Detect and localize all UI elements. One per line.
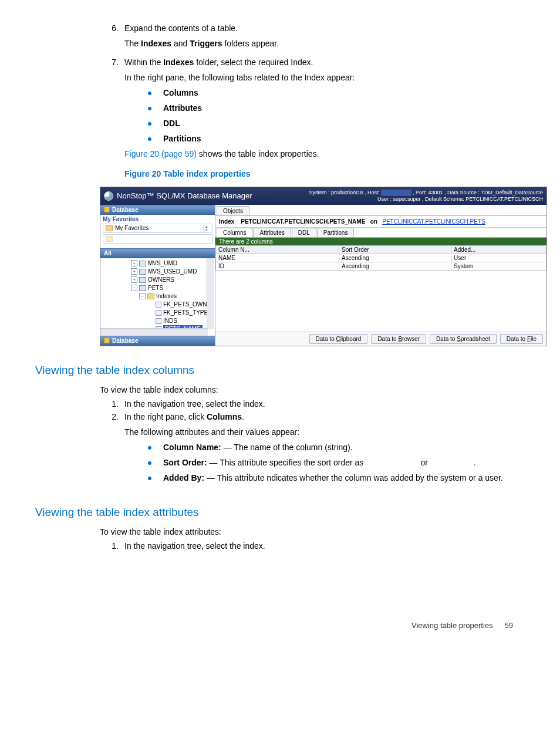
t: C [336,336,340,342]
navigation-panel: Database My Favorites My Favorites ▴▾ Al… [100,205,215,346]
app-titlebar: NonStop™ SQL/MX Database Manager System … [100,187,546,205]
tree-node[interactable]: −Indexes [131,292,215,301]
bullet-item: Columns [148,88,525,97]
figure-reference-link[interactable]: Figure 20 (page 59) [124,149,197,158]
data-to-browser-button[interactable]: Data to Browser [371,334,426,344]
t: folder, select the required Index. [194,58,313,67]
tree-node[interactable]: +MVS_USED_UMD [131,268,215,276]
index-icon [156,310,161,316]
desc: or [421,458,428,467]
cell: Ascending [339,262,451,270]
step-6: 6. Expand the contents of a table. The I… [100,23,525,54]
bullet-list: Columns Attributes DDL Partitions [148,88,525,143]
section-heading: Viewing the table index attributes [35,506,525,519]
term: Sort Order: [163,458,207,467]
ordered-list-top: 6. Expand the contents of a table. The I… [100,23,525,183]
data-to-spreadsheet-button[interactable]: Data to Spreadsheet [430,334,497,344]
accordion-header-database-bottom[interactable]: Database [100,336,215,346]
ordered-list: 1. In the navigation tree, select the in… [100,399,525,488]
index-label: Index [219,218,234,225]
tree-node[interactable]: INDS [131,317,215,325]
t-bold: Triggers [190,39,222,48]
favorites-dropdown[interactable]: My Favorites ▴▾ [103,224,212,233]
t-bold: Columns [207,412,242,421]
term: Added By: [163,473,204,482]
app-body: Database My Favorites My Favorites ▴▾ Al… [100,205,546,346]
index-icon [156,318,161,324]
tree-node[interactable]: FK_PETS_OWNEI [131,301,215,309]
table-row[interactable]: ID Ascending System [216,262,546,270]
t: folders appear. [222,39,279,48]
col-header[interactable]: Sort Order [339,245,451,254]
titlebar-right: System : productionDB , Host: ████████ ,… [309,190,543,202]
tree-node[interactable]: −PETS [131,284,215,292]
tree-node[interactable]: +OWNERS [131,276,215,284]
columns-grid[interactable]: Column N... Sort Order Added... NAME Asc… [215,245,546,271]
term: Column Name: [163,443,221,452]
table-header-row: Column N... Sort Order Added... [216,245,546,254]
expand-collapse-icon[interactable]: − [139,293,146,299]
t: ile [531,336,537,342]
tab-objects[interactable]: Objects [217,206,249,215]
cell: Ascending [339,254,451,262]
table-icon [139,269,146,275]
favorites-empty-row[interactable] [103,234,212,244]
col-header[interactable]: Added... [451,245,546,254]
favorites-section: My Favorites My Favorites ▴▾ [100,215,215,248]
favorites-item: My Favorites [115,225,149,231]
section-heading: Viewing the table index columns [35,364,525,377]
step-subtext: The Indexes and Triggers folders appear. [124,39,525,48]
tab-ddl[interactable]: DDL [292,228,316,237]
t: preadsheet [461,336,490,342]
spinner-icon[interactable]: ▴▾ [203,225,210,232]
navigation-tree[interactable]: +MVS_UMD+MVS_USED_UMD+OWNERS−PETS−Indexe… [100,258,215,336]
accordion-header-database[interactable]: Database [100,205,215,215]
index-name: PETCLINICCAT.PETCLINICSCH.PETS_NAME [241,218,365,225]
tree-node-label: MVS_USED_UMD [148,268,197,276]
tree-node-label: Indexes [156,292,177,301]
bullet-text: Added By: — This attribute ndicates whet… [163,473,503,482]
data-to-clipboard-button[interactable]: Data to Clipboard [309,334,368,344]
accordion-label: Database [112,337,138,344]
sys-info: User : super.super , Default Schema: PET… [309,196,543,202]
t: . [242,412,244,421]
bullet-label: Attributes [163,103,202,113]
expand-collapse-icon[interactable]: + [131,260,137,266]
tree-node[interactable]: FK_PETS_TYPES [131,309,215,317]
embedded-screenshot: NonStop™ SQL/MX Database Manager System … [100,187,547,346]
step-number: 6. [100,23,124,54]
expand-collapse-icon[interactable]: + [131,276,137,283]
desc: — This attribute ndicates whether the co… [204,473,503,482]
table-row[interactable]: NAME Ascending User [216,254,546,262]
tab-columns[interactable]: Columns [217,228,252,237]
row-count-bar: There are 2 columns [215,238,546,245]
step-number: 7. [100,58,124,183]
tree-node-label: FK_PETS_TYPES [163,309,212,317]
content-panel: Objects Index PETCLINICCAT.PETCLINICSCH.… [215,205,546,346]
figure-caption: Figure 20 Table index properties [124,169,525,178]
tab-attributes[interactable]: Attributes [253,228,291,237]
expand-collapse-icon[interactable]: − [131,285,137,291]
t: and [171,39,190,48]
step-body: In the right pane, click Columns. The fo… [124,412,525,488]
horizontal-scrollbar[interactable] [100,328,208,336]
t: rowser [402,336,420,342]
index-table-link[interactable]: PETCLINICCAT.PETCLINICSCH.PETS [382,218,485,225]
cell: NAME [216,254,339,262]
data-to-file-button[interactable]: Data to File [500,334,543,344]
step-subtext: The following attributes and their value… [124,427,525,437]
tab-partitions[interactable]: Partitions [317,228,355,237]
tree-node[interactable]: +MVS_UMD [131,259,215,268]
folder-icon [147,293,154,299]
t: shows the table index properties. [197,149,319,158]
bullet-item: DDL [148,119,525,128]
accordion-header-all[interactable]: All [100,248,215,258]
index-on: on [370,218,377,225]
vertical-scrollbar[interactable] [207,258,214,329]
bullet-icon [148,92,151,95]
step-number: 1. [100,541,124,551]
section-intro: To view the table index attributes: [100,527,525,536]
bullet-label: Columns [163,88,198,97]
col-header[interactable]: Column N... [216,245,339,254]
expand-collapse-icon[interactable]: + [131,268,137,275]
